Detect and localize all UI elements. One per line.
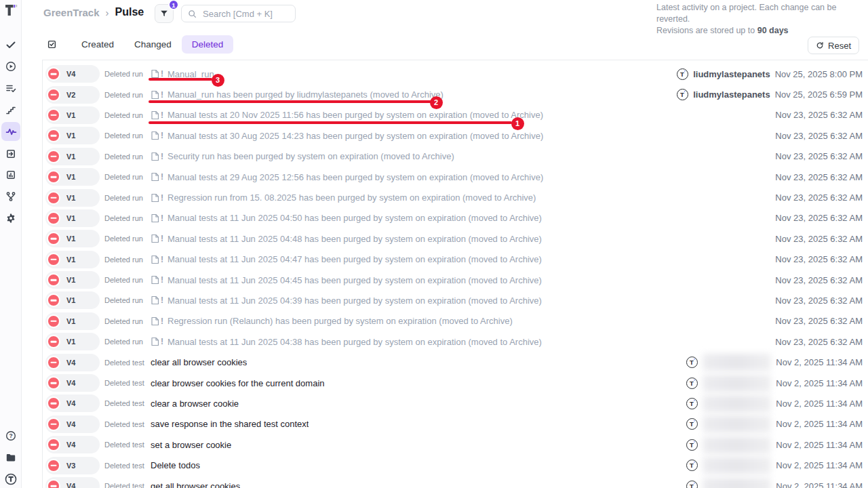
- play-icon: [5, 61, 16, 72]
- timestamp: Nov 2, 2025 11:34 AM: [776, 378, 863, 388]
- activity-row[interactable]: V1 Deleted run !Manual tests at 30 Aug 2…: [43, 125, 868, 146]
- breadcrumb-project[interactable]: GreenTrack: [43, 7, 100, 18]
- item-title[interactable]: !Manual tests at 11 Jun 2025 04:45 has b…: [151, 275, 542, 285]
- version-label: V1: [66, 338, 75, 346]
- change-type-label: Deleted test: [104, 359, 146, 367]
- search-box[interactable]: [181, 5, 296, 22]
- avatar: T': [686, 398, 698, 409]
- sidebar-item-import[interactable]: [1, 144, 20, 163]
- activity-row[interactable]: V4 Deleted test !set a browser cookie T'…: [43, 434, 868, 455]
- item-title[interactable]: !get all browser cookies: [151, 481, 240, 488]
- item-title[interactable]: !clear browser cookies for the current d…: [151, 378, 325, 388]
- annotation-badge-1: 1: [511, 117, 524, 130]
- sidebar-item-branches[interactable]: [1, 187, 20, 206]
- item-title[interactable]: !Manual tests at 30 Aug 2025 14:23 has b…: [151, 131, 543, 141]
- timestamp: Nov 23, 2025 6:32 AM: [775, 254, 863, 264]
- item-title[interactable]: !clear all browser cookies: [151, 357, 247, 367]
- app-logo-icon[interactable]: [4, 3, 19, 18]
- item-title[interactable]: !Manual tests at 11 Jun 2025 04:47 has b…: [151, 254, 542, 264]
- sidebar-item-analytics[interactable]: [1, 165, 20, 184]
- item-title[interactable]: !Manual tests at 20 Nov 2025 11:56 has b…: [151, 110, 543, 120]
- sidebar-item-steps[interactable]: [1, 100, 20, 119]
- change-type-label: Deleted run: [104, 317, 146, 325]
- sidebar-item-tasks[interactable]: [1, 35, 20, 54]
- change-type-label: Deleted test: [104, 462, 146, 470]
- document-icon: [151, 337, 159, 346]
- item-title[interactable]: !Manual tests at 11 Jun 2025 04:38 has b…: [151, 337, 542, 347]
- item-title[interactable]: !set a browser cookie: [151, 440, 231, 450]
- activity-row[interactable]: V1 Deleted run !Manual tests at 11 Jun 2…: [43, 249, 868, 270]
- item-title[interactable]: !clear a browser cookie: [151, 399, 239, 409]
- item-title[interactable]: !save response in the shared test contex…: [151, 419, 309, 429]
- document-icon: [151, 317, 159, 326]
- document-bang: !: [161, 131, 163, 140]
- change-type-label: Deleted run: [104, 338, 146, 346]
- gear-icon: [5, 213, 16, 224]
- timestamp: Nov 23, 2025 6:32 AM: [775, 234, 863, 244]
- version-pill: V1: [45, 271, 100, 289]
- activity-row[interactable]: V1 Deleted run !Manual tests at 11 Jun 2…: [43, 270, 868, 290]
- sidebar-item-help[interactable]: ?: [1, 426, 20, 445]
- document-bang: !: [161, 110, 163, 120]
- activity-row[interactable]: V4 Deleted test !save response in the sh…: [43, 414, 868, 434]
- version-pill: V4: [45, 436, 100, 453]
- redacted-username: [703, 436, 771, 453]
- item-title[interactable]: !Manual tests at 11 Jun 2025 04:39 has b…: [151, 296, 542, 306]
- activity-row[interactable]: V1 Deleted run !Security run has been pu…: [43, 146, 868, 167]
- deleted-minus-icon: [47, 459, 60, 472]
- item-title[interactable]: !Security run has been purged by system …: [151, 151, 454, 161]
- sidebar-item-projects[interactable]: [1, 448, 20, 467]
- activity-row[interactable]: V4 Deleted test !clear a browser cookie …: [43, 393, 868, 413]
- activity-row[interactable]: V1 Deleted run !Regression run from 15. …: [43, 187, 868, 207]
- document-icon: [151, 193, 159, 203]
- item-title[interactable]: !Regression run from 15. 08.2025 has bee…: [151, 192, 536, 203]
- activity-row[interactable]: V4 Deleted test !get all browser cookies…: [43, 476, 868, 488]
- activity-row[interactable]: V4 Deleted test !clear browser cookies f…: [43, 373, 868, 393]
- username[interactable]: liudmylastepanets: [693, 69, 770, 79]
- tab-changed[interactable]: Changed: [124, 35, 182, 54]
- stairs-icon: [5, 104, 16, 115]
- timestamp: Nov 23, 2025 6:32 AM: [775, 151, 863, 161]
- item-title[interactable]: !Manual tests at 11 Jun 2025 04:50 has b…: [151, 213, 542, 223]
- reset-button[interactable]: Reset: [808, 37, 859, 54]
- document-icon: [151, 110, 159, 120]
- version-label: V4: [66, 70, 75, 78]
- tab-created[interactable]: Created: [71, 35, 124, 54]
- breadcrumb: GreenTrack › Pulse: [43, 6, 144, 18]
- activity-row[interactable]: V4 Deleted test !clear all browser cooki…: [43, 352, 868, 372]
- search-input[interactable]: [201, 8, 289, 20]
- item-title[interactable]: !Manual_run has been purged by liudmylas…: [151, 89, 443, 100]
- sidebar-item-test-plans[interactable]: [1, 79, 20, 98]
- activity-row[interactable]: V1 Deleted run !Manual tests at 11 Jun 2…: [43, 228, 868, 249]
- deleted-minus-icon: [47, 232, 60, 245]
- timestamp: Nov 23, 2025 6:32 AM: [775, 172, 863, 182]
- version-label: V4: [66, 399, 75, 407]
- sidebar-item-settings[interactable]: [1, 209, 20, 228]
- activity-row[interactable]: V1 Deleted run !Manual tests at 29 Aug 2…: [43, 167, 868, 187]
- document-bang: !: [161, 172, 163, 182]
- item-title[interactable]: !Manual tests at 29 Aug 2025 12:56 has b…: [151, 172, 543, 182]
- sidebar-item-runs[interactable]: [1, 57, 20, 76]
- version-label: V1: [66, 152, 75, 161]
- activity-row[interactable]: V1 Deleted run !Manual tests at 11 Jun 2…: [43, 331, 868, 352]
- version-label: V1: [66, 111, 75, 119]
- item-title[interactable]: !Delete todos: [151, 460, 200, 470]
- list-check-icon: [5, 83, 16, 94]
- timestamp: Nov 23, 2025 6:32 AM: [775, 192, 863, 203]
- annotation-line-3: [149, 78, 212, 81]
- activity-row[interactable]: V1 Deleted run !Regression run (Relaunch…: [43, 311, 868, 331]
- sidebar-item-pulse[interactable]: [1, 122, 20, 141]
- username[interactable]: liudmylastepanets: [693, 89, 770, 100]
- activity-row[interactable]: V1 Deleted run !Manual tests at 11 Jun 2…: [43, 208, 868, 228]
- activity-row[interactable]: V3 Deleted test !Delete todos T' Nov 2, …: [43, 455, 868, 475]
- version-label: V1: [66, 256, 75, 264]
- item-title[interactable]: !Regression run (Relaunch) has been purg…: [151, 316, 513, 326]
- item-title[interactable]: !Manual tests at 11 Jun 2025 04:48 has b…: [151, 234, 542, 244]
- activity-row[interactable]: V4 Deleted run !Manual_run T' liudmylast…: [43, 64, 868, 84]
- tab-deleted[interactable]: Deleted: [182, 35, 234, 54]
- activity-row[interactable]: V1 Deleted run !Manual tests at 11 Jun 2…: [43, 290, 868, 310]
- filter-count-badge: 1: [168, 0, 179, 10]
- activity-filter-icon[interactable]: [47, 39, 57, 49]
- document-bang: !: [161, 255, 163, 264]
- sidebar-item-account[interactable]: [1, 470, 20, 488]
